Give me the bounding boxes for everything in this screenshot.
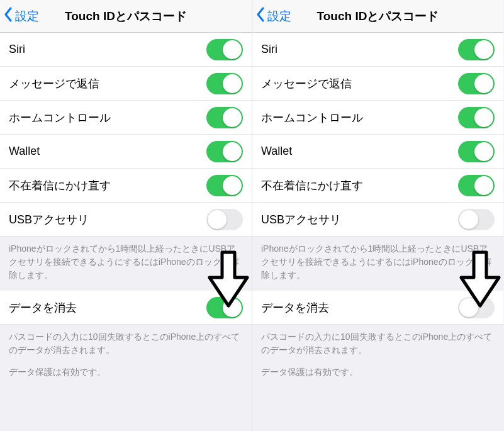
toggle-knob	[223, 40, 242, 59]
erase-footer: パスコードの入力に10回失敗するとこのiPhone上のすべてのデータが消去されま…	[252, 325, 503, 388]
siri-toggle[interactable]	[206, 39, 243, 60]
row-siri: Siri	[252, 33, 503, 67]
row-usb-label: USBアクセサリ	[9, 212, 89, 227]
toggle-knob	[208, 210, 227, 229]
erase-list: データを消去	[0, 291, 252, 325]
usb-toggle[interactable]	[206, 209, 243, 230]
row-reply-label: メッセージで返信	[261, 76, 352, 91]
usb-toggle[interactable]	[458, 209, 495, 230]
erase-footer-text-2: データ保護は有効です。	[261, 366, 495, 379]
home-toggle[interactable]	[458, 107, 495, 128]
wallet-toggle[interactable]	[458, 141, 495, 162]
home-toggle[interactable]	[206, 107, 243, 128]
toggle-knob	[223, 298, 242, 317]
row-home-label: ホームコントロール	[261, 110, 363, 125]
toggle-knob	[223, 108, 242, 127]
callback-toggle[interactable]	[458, 175, 495, 196]
row-reply-label: メッセージで返信	[9, 76, 99, 91]
row-erase-label: データを消去	[9, 300, 77, 315]
chevron-left-icon	[4, 7, 15, 25]
toggle-knob	[459, 298, 478, 317]
usb-footer-text: iPhoneがロックされてから1時間以上経ったときにUSBアクセサリを接続できる…	[9, 242, 243, 282]
callback-toggle[interactable]	[206, 175, 243, 196]
row-callback-label: 不在着信にかけ直す	[261, 178, 363, 193]
siri-toggle[interactable]	[458, 39, 495, 60]
row-siri-label: Siri	[9, 43, 25, 56]
toggle-knob	[474, 40, 493, 59]
row-callback: 不在着信にかけ直す	[0, 169, 252, 203]
row-callback: 不在着信にかけ直す	[252, 169, 503, 203]
row-usb-label: USBアクセサリ	[261, 212, 341, 227]
settings-list: Siri メッセージで返信 ホームコントロール Wallet 不在着信にかけ直す…	[252, 33, 503, 237]
back-button[interactable]: 設定	[252, 7, 291, 25]
toggle-knob	[474, 108, 493, 127]
row-usb: USBアクセサリ	[0, 203, 252, 237]
erase-toggle[interactable]	[458, 297, 495, 318]
row-erase: データを消去	[252, 291, 503, 325]
row-wallet: Wallet	[252, 135, 503, 169]
row-wallet-label: Wallet	[9, 145, 40, 158]
row-wallet-label: Wallet	[261, 145, 292, 158]
toggle-knob	[223, 176, 242, 195]
row-home: ホームコントロール	[0, 101, 252, 135]
erase-list: データを消去	[252, 291, 503, 325]
settings-pane: 設定 Touch IDとパスコード Siri メッセージで返信 ホームコントロー…	[0, 0, 252, 431]
row-home: ホームコントロール	[252, 101, 503, 135]
wallet-toggle[interactable]	[206, 141, 243, 162]
reply-toggle[interactable]	[206, 73, 243, 94]
usb-footer: iPhoneがロックされてから1時間以上経ったときにUSBアクセサリを接続できる…	[252, 237, 503, 291]
toggle-knob	[459, 210, 478, 229]
toggle-knob	[223, 74, 242, 93]
row-callback-label: 不在着信にかけ直す	[9, 178, 111, 193]
row-reply: メッセージで返信	[252, 67, 503, 101]
erase-footer-text-1: パスコードの入力に10回失敗するとこのiPhone上のすべてのデータが消去されま…	[261, 330, 495, 357]
erase-toggle[interactable]	[206, 297, 243, 318]
row-usb: USBアクセサリ	[252, 203, 503, 237]
toggle-knob	[474, 74, 493, 93]
settings-list: Siri メッセージで返信 ホームコントロール Wallet 不在着信にかけ直す…	[0, 33, 252, 237]
erase-footer-text-2: データ保護は有効です。	[9, 366, 243, 379]
chevron-left-icon	[256, 7, 267, 25]
row-reply: メッセージで返信	[0, 67, 252, 101]
toggle-knob	[223, 142, 242, 161]
row-siri-label: Siri	[261, 43, 277, 56]
back-label: 設定	[15, 8, 39, 25]
back-label: 設定	[267, 8, 291, 25]
row-siri: Siri	[0, 33, 252, 67]
erase-footer: パスコードの入力に10回失敗するとこのiPhone上のすべてのデータが消去されま…	[0, 325, 252, 388]
row-home-label: ホームコントロール	[9, 110, 111, 125]
reply-toggle[interactable]	[458, 73, 495, 94]
back-button[interactable]: 設定	[0, 7, 39, 25]
toggle-knob	[474, 176, 493, 195]
navbar: 設定 Touch IDとパスコード	[252, 0, 503, 33]
usb-footer: iPhoneがロックされてから1時間以上経ったときにUSBアクセサリを接続できる…	[0, 237, 252, 291]
erase-footer-text-1: パスコードの入力に10回失敗するとこのiPhone上のすべてのデータが消去されま…	[9, 330, 243, 357]
row-erase-label: データを消去	[261, 300, 329, 315]
navbar: 設定 Touch IDとパスコード	[0, 0, 252, 33]
row-erase: データを消去	[0, 291, 252, 325]
settings-pane: 設定 Touch IDとパスコード Siri メッセージで返信 ホームコントロー…	[252, 0, 503, 431]
toggle-knob	[474, 142, 493, 161]
usb-footer-text: iPhoneがロックされてから1時間以上経ったときにUSBアクセサリを接続できる…	[261, 242, 495, 282]
row-wallet: Wallet	[0, 135, 252, 169]
